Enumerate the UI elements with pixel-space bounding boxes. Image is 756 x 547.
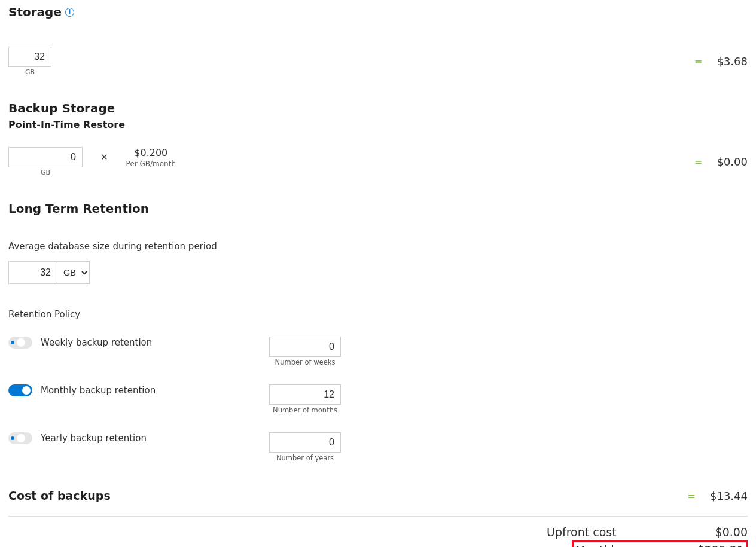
avg-db-size-group: GB: [8, 261, 90, 284]
yearly-count-caption: Number of years: [269, 454, 341, 462]
monthly-cost-highlight: Monthly cost $385.31: [572, 540, 748, 547]
upfront-cost-value: $0.00: [690, 525, 748, 539]
avg-db-size-label: Average database size during retention p…: [8, 241, 748, 252]
pitr-gb-input[interactable]: [8, 147, 83, 167]
monthly-toggle-label: Monthly backup retention: [41, 385, 156, 396]
pitr-rate-group: $0.200 Per GB/month: [126, 147, 176, 168]
backup-storage-heading: Backup Storage: [8, 101, 748, 115]
storage-gb-unit: GB: [25, 68, 35, 76]
pitr-gb-unit: GB: [41, 169, 50, 176]
storage-gb-group: GB: [8, 47, 51, 76]
ltr-heading: Long Term Retention: [8, 201, 748, 216]
storage-title: Storage: [8, 5, 62, 19]
yearly-retention-row: Yearly backup retention Number of years: [8, 432, 748, 462]
avg-db-size-unit-select[interactable]: GB: [57, 261, 90, 284]
monthly-cost-label: Monthly cost: [575, 543, 639, 547]
equals-icon: =: [688, 490, 696, 502]
monthly-count-input[interactable]: [269, 384, 341, 405]
pitr-label: Point-In-Time Restore: [8, 119, 748, 130]
equals-icon: =: [694, 156, 702, 167]
weekly-toggle-label: Weekly backup retention: [41, 337, 152, 348]
pitr-calc-row: GB ✕ $0.200 Per GB/month: [8, 147, 176, 176]
monthly-count-caption: Number of months: [269, 406, 341, 414]
cost-of-backups-label: Cost of backups: [8, 489, 111, 502]
storage-cost: $3.68: [717, 55, 748, 68]
monthly-cost-value: $385.31: [697, 543, 744, 547]
multiply-icon: ✕: [100, 152, 108, 163]
weekly-retention-row: Weekly backup retention Number of weeks: [8, 337, 748, 366]
yearly-count-input[interactable]: [269, 432, 341, 453]
storage-heading: Storage i: [8, 5, 74, 19]
weekly-toggle[interactable]: [8, 337, 32, 349]
yearly-toggle[interactable]: [8, 432, 32, 444]
info-icon[interactable]: i: [65, 8, 74, 17]
upfront-cost-row: Upfront cost $0.00: [8, 524, 748, 540]
pitr-cost-group: = $0.00: [694, 155, 748, 168]
monthly-toggle[interactable]: [8, 384, 32, 396]
totals-block: Upfront cost $0.00 Monthly cost $385.31: [8, 524, 748, 547]
cost-of-backups-group: = $13.44: [688, 490, 748, 502]
weekly-count-input[interactable]: [269, 337, 341, 357]
divider: [8, 516, 748, 517]
pitr-rate-caption: Per GB/month: [126, 160, 176, 168]
cost-of-backups-value: $13.44: [710, 490, 748, 502]
upfront-cost-label: Upfront cost: [547, 525, 630, 539]
pitr-rate-value: $0.200: [134, 147, 167, 158]
monthly-retention-row: Monthly backup retention Number of month…: [8, 384, 748, 414]
weekly-count-caption: Number of weeks: [269, 358, 341, 366]
storage-cost-group: = $3.68: [694, 55, 748, 68]
retention-policy-label: Retention Policy: [8, 309, 748, 320]
equals-icon: =: [694, 56, 702, 67]
avg-db-size-input[interactable]: [8, 261, 57, 284]
pitr-cost: $0.00: [717, 155, 748, 168]
yearly-toggle-label: Yearly backup retention: [41, 433, 147, 444]
storage-gb-input[interactable]: [8, 47, 51, 67]
pitr-gb-group: GB: [8, 147, 83, 176]
